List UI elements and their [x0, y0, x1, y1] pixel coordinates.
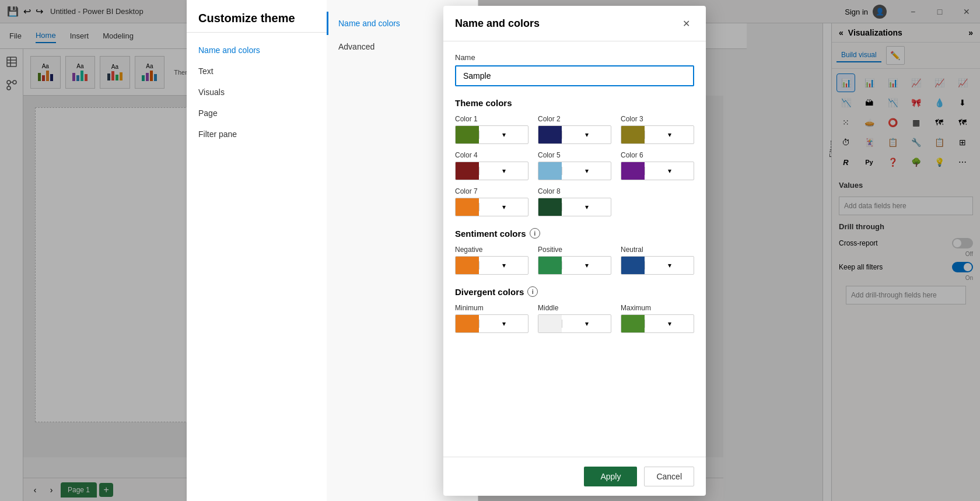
sentiment-info-icon[interactable]: i [530, 228, 540, 239]
positive-swatch [538, 257, 562, 274]
divergent-mid-item: Middle ▾ [538, 304, 611, 333]
main-dialog: Name and colors ✕ Name Theme colors Colo… [443, 6, 706, 496]
color-2-dropdown[interactable]: ▾ [562, 131, 611, 139]
divergent-mid-swatch [538, 315, 562, 332]
cancel-button[interactable]: Cancel [644, 467, 694, 486]
negative-swatch [456, 257, 479, 274]
divergent-min-item: Minimum ▾ [455, 304, 528, 333]
color-8-picker[interactable]: ▾ [538, 198, 611, 216]
color-5-swatch [538, 162, 562, 180]
negative-label: Negative [455, 246, 528, 254]
positive-picker[interactable]: ▾ [538, 256, 611, 275]
divergent-colors-grid: Minimum ▾ Middle ▾ Maximum ▾ [455, 304, 694, 333]
color-6-dropdown[interactable]: ▾ [645, 167, 694, 175]
color-1-item: Color 1 ▾ [455, 115, 528, 144]
sentiment-colors-title: Sentiment colors i [455, 228, 694, 239]
name-field-label: Name [455, 53, 694, 62]
name-input[interactable] [455, 65, 694, 86]
color-3-label: Color 3 [621, 115, 694, 123]
divergent-min-swatch [456, 315, 479, 332]
color-2-swatch [538, 126, 562, 143]
color-4-picker[interactable]: ▾ [455, 162, 528, 180]
divergent-max-swatch [621, 315, 645, 332]
color-7-picker[interactable]: ▾ [455, 198, 528, 216]
color-2-picker[interactable]: ▾ [538, 125, 611, 144]
color-3-swatch [621, 126, 645, 143]
color-5-picker[interactable]: ▾ [538, 162, 611, 180]
color-1-label: Color 1 [455, 115, 528, 123]
positive-item: Positive ▾ [538, 246, 611, 275]
dialog-body: Name Theme colors Color 1 ▾ Color 2 ▾ [443, 41, 706, 457]
theme-colors-grid: Color 1 ▾ Color 2 ▾ Color 3 ▾ [455, 115, 694, 216]
color-6-picker[interactable]: ▾ [621, 162, 694, 180]
color-4-label: Color 4 [455, 151, 528, 159]
color-4-item: Color 4 ▾ [455, 151, 528, 180]
divergent-max-picker[interactable]: ▾ [621, 314, 694, 333]
color-2-label: Color 2 [538, 115, 611, 123]
color-4-swatch [456, 162, 479, 180]
color-7-label: Color 7 [455, 187, 528, 195]
positive-dropdown[interactable]: ▾ [562, 261, 611, 269]
color-5-label: Color 5 [538, 151, 611, 159]
dialog-footer: Apply Cancel [443, 457, 706, 496]
divergent-mid-label: Middle [538, 304, 611, 312]
color-1-picker[interactable]: ▾ [455, 125, 528, 144]
divergent-max-item: Maximum ▾ [621, 304, 694, 333]
divergent-min-dropdown[interactable]: ▾ [479, 320, 528, 328]
neutral-swatch [621, 257, 645, 274]
divergent-min-picker[interactable]: ▾ [455, 314, 528, 333]
negative-item: Negative ▾ [455, 246, 528, 275]
color-3-dropdown[interactable]: ▾ [645, 131, 694, 139]
color-1-swatch [456, 126, 479, 143]
color-8-label: Color 8 [538, 187, 611, 195]
divergent-mid-dropdown[interactable]: ▾ [562, 320, 611, 328]
color-1-dropdown[interactable]: ▾ [479, 131, 528, 139]
color-8-swatch [538, 198, 562, 216]
neutral-picker[interactable]: ▾ [621, 256, 694, 275]
color-2-item: Color 2 ▾ [538, 115, 611, 144]
color-3-picker[interactable]: ▾ [621, 125, 694, 144]
divergent-max-label: Maximum [621, 304, 694, 312]
apply-button[interactable]: Apply [584, 467, 637, 486]
color-3-item: Color 3 ▾ [621, 115, 694, 144]
dialog-header: Name and colors ✕ [443, 6, 706, 41]
color-5-item: Color 5 ▾ [538, 151, 611, 180]
dialog-close-button[interactable]: ✕ [678, 15, 694, 31]
dialog-title: Name and colors [455, 17, 540, 30]
sentiment-colors-grid: Negative ▾ Positive ▾ Neutral ▾ [455, 246, 694, 275]
neutral-item: Neutral ▾ [621, 246, 694, 275]
color-7-item: Color 7 ▾ [455, 187, 528, 216]
color-7-dropdown[interactable]: ▾ [479, 203, 528, 211]
divergent-min-label: Minimum [455, 304, 528, 312]
color-4-dropdown[interactable]: ▾ [479, 167, 528, 175]
divergent-colors-title: Divergent colors i [455, 286, 694, 297]
negative-dropdown[interactable]: ▾ [479, 261, 528, 269]
color-6-item: Color 6 ▾ [621, 151, 694, 180]
color-7-swatch [456, 198, 479, 216]
divergent-info-icon[interactable]: i [527, 286, 538, 297]
neutral-dropdown[interactable]: ▾ [645, 261, 694, 269]
color-6-label: Color 6 [621, 151, 694, 159]
positive-label: Positive [538, 246, 611, 254]
color-8-dropdown[interactable]: ▾ [562, 203, 611, 211]
theme-colors-title: Theme colors [455, 98, 694, 108]
color-8-item: Color 8 ▾ [538, 187, 611, 216]
color-5-dropdown[interactable]: ▾ [562, 167, 611, 175]
neutral-label: Neutral [621, 246, 694, 254]
negative-picker[interactable]: ▾ [455, 256, 528, 275]
color-6-swatch [621, 162, 645, 180]
divergent-mid-picker[interactable]: ▾ [538, 314, 611, 333]
divergent-max-dropdown[interactable]: ▾ [645, 320, 694, 328]
